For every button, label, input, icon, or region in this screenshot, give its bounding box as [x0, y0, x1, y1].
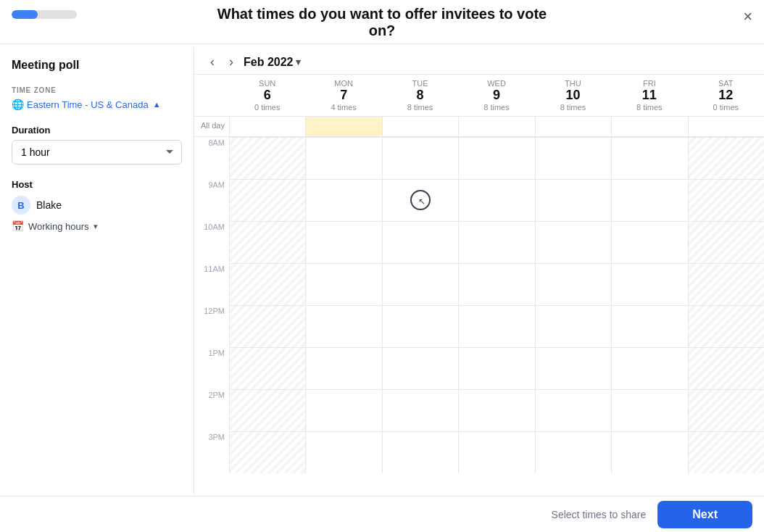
timezone-chevron-icon: ▲	[153, 100, 161, 109]
grid-cell-r3-c0[interactable]	[229, 263, 305, 305]
grid-cell-r1-c3[interactable]	[458, 179, 534, 221]
grid-cell-r7-c4[interactable]	[535, 431, 611, 473]
next-button[interactable]: Next	[657, 501, 752, 528]
grid-cell-r1-c5[interactable]	[611, 179, 687, 221]
working-hours-row[interactable]: 📅 Working hours ▾	[12, 220, 182, 232]
grid-cell-r5-c0[interactable]	[229, 347, 305, 389]
grid-cell-r6-c1[interactable]	[305, 389, 381, 431]
day-num: 7	[305, 88, 381, 103]
day-num: 10	[535, 88, 611, 103]
day-times-count: 0 times	[229, 103, 305, 112]
grid-cell-r2-c1[interactable]	[305, 221, 381, 263]
allday-cell-0[interactable]	[229, 117, 305, 136]
time-label-11AM: 11AM	[194, 263, 229, 305]
grid-cell-r3-c1[interactable]	[305, 263, 381, 305]
grid-cell-r0-c5[interactable]	[611, 137, 687, 179]
day-name: WED	[458, 79, 534, 88]
grid-cell-r1-c6[interactable]	[688, 179, 764, 221]
grid-cell-r3-c3[interactable]	[458, 263, 534, 305]
grid-cell-r6-c0[interactable]	[229, 389, 305, 431]
day-times-count: 8 times	[611, 103, 687, 112]
calendar-area: ‹ › Feb 2022 ▾ SUN 6 0 times MON 7 4 tim…	[194, 47, 764, 496]
allday-cell-1[interactable]	[305, 117, 381, 136]
grid-cell-r1-c1[interactable]	[305, 179, 381, 221]
grid-cell-r7-c3[interactable]	[458, 431, 534, 473]
grid-cell-r0-c0[interactable]	[229, 137, 305, 179]
grid-cell-r7-c2[interactable]	[382, 431, 458, 473]
month-selector[interactable]: Feb 2022 ▾	[244, 56, 301, 69]
grid-cell-r0-c3[interactable]	[458, 137, 534, 179]
grid-cell-r2-c6[interactable]	[688, 221, 764, 263]
grid-cell-r4-c2[interactable]	[382, 305, 458, 347]
grid-cell-r0-c6[interactable]	[688, 137, 764, 179]
grid-cell-r5-c5[interactable]	[611, 347, 687, 389]
grid-cell-r4-c4[interactable]	[535, 305, 611, 347]
working-hours-chevron-icon: ▾	[94, 222, 98, 231]
host-row: B Blake	[12, 196, 182, 215]
grid-cell-r5-c2[interactable]	[382, 347, 458, 389]
grid-cell-r4-c3[interactable]	[458, 305, 534, 347]
grid-cell-r7-c5[interactable]	[611, 431, 687, 473]
main-layout: Meeting poll TIME ZONE 🌐 Eastern Time - …	[0, 47, 764, 496]
allday-cell-2[interactable]	[382, 117, 458, 136]
grid-cell-r0-c4[interactable]	[535, 137, 611, 179]
grid-cell-r7-c1[interactable]	[305, 431, 381, 473]
close-button[interactable]: ×	[743, 7, 752, 26]
allday-cell-3[interactable]	[458, 117, 534, 136]
grid-cell-r1-c2[interactable]: ↖	[382, 179, 458, 221]
allday-cell-6[interactable]	[688, 117, 764, 136]
grid-cell-r5-c3[interactable]	[458, 347, 534, 389]
day-num: 11	[611, 88, 687, 103]
next-month-button[interactable]: ›	[225, 53, 238, 71]
timezone-selector[interactable]: 🌐 Eastern Time - US & Canada ▲	[12, 99, 182, 110]
grid-cell-r3-c6[interactable]	[688, 263, 764, 305]
time-label-3PM: 3PM	[194, 431, 229, 473]
grid-cell-r1-c4[interactable]	[535, 179, 611, 221]
grid-cell-r5-c4[interactable]	[535, 347, 611, 389]
modal-title: What times do you want to offer invitees…	[0, 0, 764, 39]
day-header-fri: FRI 11 8 times	[611, 75, 687, 116]
time-label-1PM: 1PM	[194, 347, 229, 389]
grid-cell-r6-c4[interactable]	[535, 389, 611, 431]
duration-select[interactable]: 1 hour	[12, 140, 182, 165]
cursor-circle: ↖	[410, 190, 431, 210]
day-name: FRI	[611, 79, 687, 88]
grid-cell-r3-c4[interactable]	[535, 263, 611, 305]
allday-cell-5[interactable]	[611, 117, 687, 136]
grid-cell-r7-c6[interactable]	[688, 431, 764, 473]
grid-cell-r2-c5[interactable]	[611, 221, 687, 263]
grid-cell-r5-c6[interactable]	[688, 347, 764, 389]
select-times-text: Select times to share	[552, 509, 647, 520]
grid-cell-r2-c2[interactable]	[382, 221, 458, 263]
grid-cell-r2-c4[interactable]	[535, 221, 611, 263]
grid-cell-r7-c0[interactable]	[229, 431, 305, 473]
grid-cell-r0-c1[interactable]	[305, 137, 381, 179]
day-name: TUE	[382, 79, 458, 88]
grid-cell-r3-c2[interactable]	[382, 263, 458, 305]
grid-cell-r6-c5[interactable]	[611, 389, 687, 431]
calendar-icon: 📅	[12, 220, 24, 232]
grid-cell-r4-c5[interactable]	[611, 305, 687, 347]
host-avatar: B	[12, 196, 30, 215]
grid-cell-r4-c1[interactable]	[305, 305, 381, 347]
grid-cell-r4-c6[interactable]	[688, 305, 764, 347]
time-label-12PM: 12PM	[194, 305, 229, 347]
day-num: 12	[688, 88, 764, 103]
grid-cell-r0-c2[interactable]	[382, 137, 458, 179]
grid-cell-r1-c0[interactable]	[229, 179, 305, 221]
grid-cell-r6-c3[interactable]	[458, 389, 534, 431]
grid-cell-r2-c3[interactable]	[458, 221, 534, 263]
time-grid[interactable]: 8AM9AM↖10AM11AM12PM1PM2PM3PM	[194, 137, 764, 496]
prev-month-button[interactable]: ‹	[206, 53, 219, 71]
grid-cell-r5-c1[interactable]	[305, 347, 381, 389]
grid-cell-r2-c0[interactable]	[229, 221, 305, 263]
grid-cell-r3-c5[interactable]	[611, 263, 687, 305]
grid-cell-r6-c2[interactable]	[382, 389, 458, 431]
day-name: SAT	[688, 79, 764, 88]
timezone-section-label: TIME ZONE	[12, 86, 182, 94]
grid-cell-r6-c6[interactable]	[688, 389, 764, 431]
day-times-count: 4 times	[305, 103, 381, 112]
grid-cell-r4-c0[interactable]	[229, 305, 305, 347]
bottom-bar: Select times to share Next	[0, 496, 764, 532]
allday-cell-4[interactable]	[535, 117, 611, 136]
